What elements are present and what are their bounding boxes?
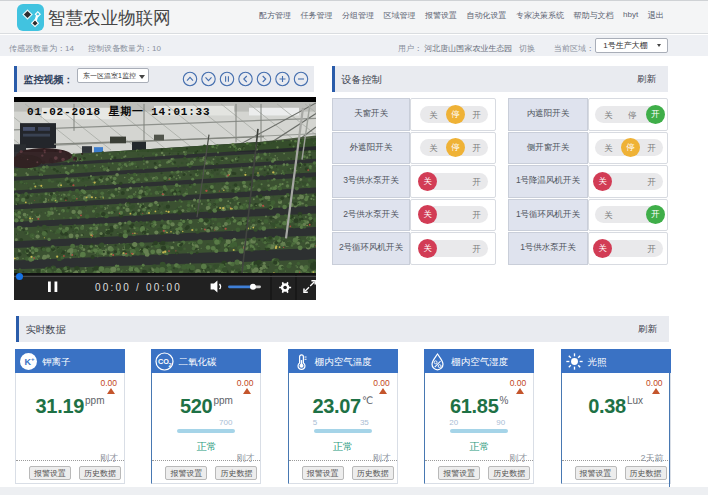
- svg-text:+: +: [31, 355, 35, 361]
- svg-text:2: 2: [169, 362, 172, 368]
